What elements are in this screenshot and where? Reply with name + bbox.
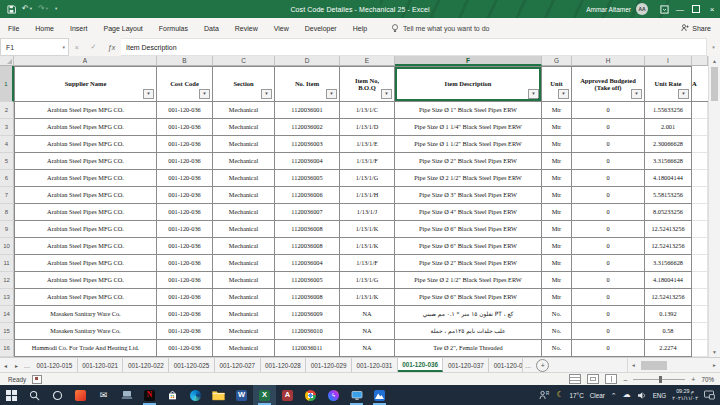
cell-H11[interactable]: 0 xyxy=(572,255,645,272)
language-indicator[interactable]: ENG xyxy=(653,392,667,399)
taskbar-icon-edge[interactable] xyxy=(184,385,207,405)
cell-C16[interactable]: Mechanical xyxy=(213,340,275,357)
cell-D16[interactable]: 1120036011 xyxy=(275,340,340,357)
cell-partial[interactable] xyxy=(692,153,708,170)
hscroll-right-icon[interactable]: ▸ xyxy=(709,362,720,368)
cell-C8[interactable]: Mechanical xyxy=(213,204,275,221)
cell-C4[interactable]: Mechanical xyxy=(213,136,275,153)
sheet-tab-001-120-015[interactable]: 001-120-015 xyxy=(32,358,78,372)
cell-G4[interactable]: Mtr xyxy=(542,136,572,153)
header-cell-B1[interactable]: Cost Code▼ xyxy=(157,66,213,102)
cell-G15[interactable]: No. xyxy=(542,323,572,340)
cell-I16[interactable]: 2.2274 xyxy=(645,340,692,357)
cell-D10[interactable]: 1120036008 xyxy=(275,238,340,255)
cell-D12[interactable]: 1120036005 xyxy=(275,272,340,289)
volume-icon[interactable] xyxy=(637,391,647,400)
cell-E10[interactable]: 1/13/1/K xyxy=(340,238,395,255)
cell-partial[interactable] xyxy=(692,323,708,340)
header-cell-F1[interactable]: Item Description▼ xyxy=(395,66,542,102)
ribbon-tab-review[interactable]: Review xyxy=(227,25,266,32)
cell-H15[interactable]: 0 xyxy=(572,323,645,340)
taskbar-icon-word[interactable]: W xyxy=(230,385,253,405)
cell-H16[interactable]: 0 xyxy=(572,340,645,357)
cell-I9[interactable]: 12.52413256 xyxy=(645,221,692,238)
cell-H10[interactable]: 0 xyxy=(572,238,645,255)
cell-I6[interactable]: 4.18004144 xyxy=(645,170,692,187)
header-cell-partial[interactable]: A xyxy=(692,66,708,102)
zoom-level[interactable]: 70% xyxy=(701,376,714,383)
cell-H2[interactable]: 0 xyxy=(572,102,645,119)
sheet-tab-001-120-025[interactable]: 001-120-025 xyxy=(169,358,215,372)
filter-dropdown-icon[interactable]: ▼ xyxy=(631,89,642,99)
close-button[interactable]: × xyxy=(704,0,720,18)
cell-H3[interactable]: 0 xyxy=(572,119,645,136)
undo-button[interactable]: ↶▾ xyxy=(20,5,34,13)
sheet-tab-001-120-027[interactable]: 001-120-027 xyxy=(215,358,261,372)
taskbar-icon-file-explorer[interactable] xyxy=(207,385,230,405)
sheet-tab-001-120-028[interactable]: 001-120-028 xyxy=(261,358,307,372)
cell-A13[interactable]: Arabian Steel Pipes MFG CO. xyxy=(14,289,157,306)
zoom-out-icon[interactable]: – xyxy=(623,376,627,383)
cell-A9[interactable]: Arabian Steel Pipes MFG CO. xyxy=(14,221,157,238)
restore-button[interactable] xyxy=(688,0,704,18)
cell-G6[interactable]: Mtr xyxy=(542,170,572,187)
cell-D11[interactable]: 1120036004 xyxy=(275,255,340,272)
taskbar-icon-netflix[interactable]: N xyxy=(138,385,161,405)
cell-A12[interactable]: Arabian Steel Pipes MFG CO. xyxy=(14,272,157,289)
taskbar-icon-chrome[interactable] xyxy=(299,385,322,405)
taskbar-icon-app-orange[interactable] xyxy=(69,385,92,405)
column-header-partial[interactable] xyxy=(692,56,708,66)
ribbon-tab-data[interactable]: Data xyxy=(196,25,227,32)
cell-B7[interactable]: 001-120-036 xyxy=(157,187,213,204)
sheet-tab-001-120-037[interactable]: 001-120-037 xyxy=(443,358,489,372)
cell-F9[interactable]: Pipe Size Ø 6" Black Steel Pipes ERW xyxy=(395,221,542,238)
cell-D9[interactable]: 1120036008 xyxy=(275,221,340,238)
cell-B14[interactable]: 001-120-036 xyxy=(157,306,213,323)
cell-D8[interactable]: 1120036007 xyxy=(275,204,340,221)
page-break-view-icon[interactable] xyxy=(605,374,617,384)
cell-partial[interactable] xyxy=(692,272,708,289)
cell-G8[interactable]: Mtr xyxy=(542,204,572,221)
select-all-button[interactable] xyxy=(0,56,14,66)
filter-dropdown-icon[interactable]: ▼ xyxy=(199,89,210,99)
cell-partial[interactable] xyxy=(692,340,708,357)
cell-B8[interactable]: 001-120-036 xyxy=(157,204,213,221)
normal-view-icon[interactable] xyxy=(569,374,581,384)
cell-G10[interactable]: Mtr xyxy=(542,238,572,255)
taskbar-icon-messenger[interactable]: ϟ xyxy=(322,385,345,405)
scroll-down-icon[interactable]: ▼ xyxy=(709,347,720,357)
cell-C15[interactable]: Mechanical xyxy=(213,323,275,340)
row-header-7[interactable]: 7 xyxy=(0,187,14,204)
cell-H7[interactable]: 0 xyxy=(572,187,645,204)
filter-dropdown-icon[interactable]: ▼ xyxy=(143,89,154,99)
cell-E9[interactable]: 1/13/1/K xyxy=(340,221,395,238)
cell-I12[interactable]: 4.18004144 xyxy=(645,272,692,289)
cell-C10[interactable]: Mechanical xyxy=(213,238,275,255)
cell-partial[interactable] xyxy=(692,119,708,136)
header-cell-I1[interactable]: Unit Rate▼ xyxy=(645,66,692,102)
cell-H9[interactable]: 0 xyxy=(572,221,645,238)
cell-C5[interactable]: Mechanical xyxy=(213,153,275,170)
zoom-slider-thumb[interactable] xyxy=(659,376,662,383)
cell-B4[interactable]: 001-120-036 xyxy=(157,136,213,153)
cell-E11[interactable]: 1/13/1/F xyxy=(340,255,395,272)
cell-A15[interactable]: Masaken Sanitary Ware Co. xyxy=(14,323,157,340)
taskbar-icon-store[interactable] xyxy=(161,385,184,405)
cell-G13[interactable]: Mtr xyxy=(542,289,572,306)
cell-E3[interactable]: 1/13/1/D xyxy=(340,119,395,136)
taskbar-icon-cortana[interactable] xyxy=(46,385,69,405)
cell-E16[interactable]: NA xyxy=(340,340,395,357)
redo-button[interactable]: ↷▾ xyxy=(36,5,50,13)
cell-A8[interactable]: Arabian Steel Pipes MFG CO. xyxy=(14,204,157,221)
row-header-4[interactable]: 4 xyxy=(0,136,14,153)
cell-E7[interactable]: 1/13/1/H xyxy=(340,187,395,204)
cell-C6[interactable]: Mechanical xyxy=(213,170,275,187)
cell-B13[interactable]: 001-120-036 xyxy=(157,289,213,306)
action-center-icon[interactable] xyxy=(704,390,715,400)
cell-partial[interactable] xyxy=(692,221,708,238)
column-header-E[interactable]: E xyxy=(340,56,395,66)
user-name[interactable]: Ammar Altamer xyxy=(586,6,631,13)
sheet-overflow-right[interactable]: … xyxy=(523,358,533,372)
cell-D7[interactable]: 1120036006 xyxy=(275,187,340,204)
cell-partial[interactable] xyxy=(692,187,708,204)
